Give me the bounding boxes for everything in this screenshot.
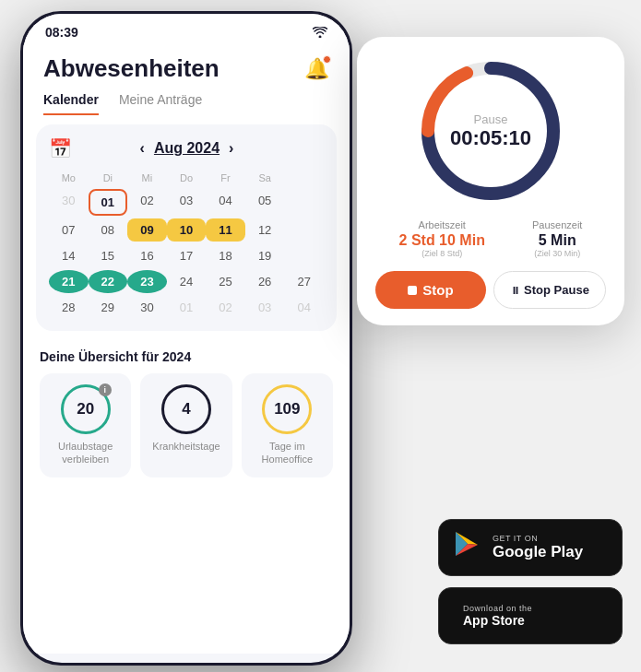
calendar-month-label[interactable]: Aug 2024 (154, 140, 220, 157)
app-store-text: Download on the App Store (463, 604, 532, 629)
calendar-nav: 📅 ‹ Aug 2024 › (49, 137, 324, 159)
cal-day-26[interactable]: 26 (245, 270, 285, 293)
cal-day-09[interactable]: 09 (127, 218, 167, 242)
timer-pausenzeit: Pausenzeit 5 Min (Ziel 30 Min) (532, 219, 582, 258)
cal-day-08[interactable]: 08 (89, 218, 128, 242)
cal-day-03[interactable]: 03 (167, 189, 207, 216)
cal-day-14[interactable]: 14 (49, 244, 89, 267)
krank-value: 4 (182, 400, 190, 419)
google-play-main: Google Play (493, 543, 583, 561)
calendar-week-4: 21 22 23 24 25 26 27 (49, 270, 324, 293)
pause-icon: ⏸ (510, 285, 520, 296)
cal-day-02-next[interactable]: 02 (206, 296, 245, 319)
cal-day-01-next[interactable]: 01 (167, 296, 207, 319)
app-store-top: Download on the (463, 604, 532, 613)
overview-section: Deine Übersicht für 2024 20 i Urlaubstag… (23, 340, 350, 477)
google-play-top: GET IT ON (493, 534, 583, 543)
timer-info: Arbeitszeit 2 Std 10 Min (Ziel 8 Std) Pa… (375, 219, 606, 258)
homeoffice-label: Tage imHomeoffice (262, 440, 313, 466)
cal-day-11[interactable]: 11 (206, 218, 245, 242)
phone-mockup: 08:39 Abwesenheiten 🔔 (20, 11, 352, 666)
cal-day-04[interactable]: 04 (206, 189, 245, 216)
tab-meine-antraege[interactable]: Meine Anträge (119, 92, 202, 115)
timer-ring-container: Pause 00:05:10 (375, 57, 606, 205)
stop-label: Stop (422, 282, 453, 298)
stop-button[interactable]: Stop (375, 271, 486, 309)
arbeitszeit-label: Arbeitszeit (399, 219, 485, 230)
cal-day-27[interactable]: 27 (284, 270, 324, 293)
calendar-weekday-header: Mo Di Mi Do Fr Sa (49, 171, 324, 185)
cal-day-04-next[interactable]: 04 (284, 296, 324, 319)
cal-day-02[interactable]: 02 (127, 189, 167, 216)
cal-day-21[interactable]: 21 (49, 270, 89, 293)
calendar-grid: Mo Di Mi Do Fr Sa 30 01 02 03 04 0 (49, 171, 324, 319)
weekday-sa: Sa (245, 171, 285, 185)
cal-day-10[interactable]: 10 (167, 218, 207, 242)
calendar-icon: 📅 (49, 137, 72, 159)
google-play-icon (452, 530, 481, 566)
svg-text:00:05:10: 00:05:10 (450, 126, 531, 149)
homeoffice-value: 109 (274, 400, 300, 419)
cal-day-30-prev[interactable]: 30 (49, 189, 89, 216)
prev-month-button[interactable]: ‹ (140, 140, 145, 157)
cal-day-01-today[interactable]: 01 (89, 189, 128, 216)
status-icons (313, 27, 327, 38)
status-time: 08:39 (45, 25, 78, 40)
cal-day-15[interactable]: 15 (89, 244, 128, 267)
cal-day-25[interactable]: 25 (206, 270, 245, 293)
stop-pause-label: Stop Pause (524, 283, 589, 297)
cal-day-19[interactable]: 19 (245, 244, 285, 267)
cal-day-30[interactable]: 30 (127, 296, 167, 319)
cal-day-28[interactable]: 28 (49, 296, 89, 319)
app-header: Abwesenheiten 🔔 Kalender Meine Anträge (23, 45, 350, 115)
weekday-di: Di (89, 171, 128, 185)
cal-day-22[interactable]: 22 (89, 270, 128, 293)
cal-day-03-next[interactable]: 03 (245, 296, 285, 319)
wifi-icon (313, 27, 327, 38)
pausenzeit-label: Pausenzeit (532, 219, 582, 230)
weekday-mi: Mi (127, 171, 167, 185)
store-buttons: GET IT ON Google Play Download on the Ap… (438, 519, 623, 644)
cal-day-07[interactable]: 07 (49, 218, 89, 242)
tab-kalender[interactable]: Kalender (43, 92, 99, 115)
timer-buttons: Stop ⏸ Stop Pause (375, 271, 606, 309)
overview-cards: 20 i Urlaubstageverbleiben 4 Krankheitst… (40, 373, 333, 477)
krank-circle: 4 (161, 384, 211, 434)
info-icon: i (99, 383, 112, 396)
timer-ring-svg: Pause 00:05:10 (417, 57, 564, 205)
cal-day-23[interactable]: 23 (127, 270, 167, 293)
cal-day-18[interactable]: 18 (206, 244, 245, 267)
timer-widget: Pause 00:05:10 Arbeitszeit 2 Std 10 Min … (357, 37, 624, 325)
stop-pause-button[interactable]: ⏸ Stop Pause (493, 271, 606, 309)
app-title: Abwesenheiten (43, 54, 220, 83)
urlaub-value: 20 (77, 400, 94, 419)
overview-card-urlaub: 20 i Urlaubstageverbleiben (40, 373, 131, 477)
app-store-button[interactable]: Download on the App Store (438, 587, 623, 644)
weekday-do: Do (167, 171, 207, 185)
cal-day-24[interactable]: 24 (167, 270, 207, 293)
notification-bell[interactable]: 🔔 (304, 57, 329, 81)
google-play-button[interactable]: GET IT ON Google Play (438, 519, 623, 576)
cal-day-16[interactable]: 16 (127, 244, 167, 267)
overview-card-homeoffice: 109 Tage imHomeoffice (242, 373, 333, 477)
cal-day-17[interactable]: 17 (167, 244, 207, 267)
overview-title: Deine Übersicht für 2024 (40, 349, 333, 364)
calendar-week-3: 14 15 16 17 18 19 (49, 244, 324, 267)
arbeitszeit-sub: (Ziel 8 Std) (399, 249, 485, 258)
svg-text:Pause: Pause (474, 112, 508, 126)
calendar-week-1: 30 01 02 03 04 05 (49, 189, 324, 216)
cal-day-29[interactable]: 29 (89, 296, 128, 319)
next-month-button[interactable]: › (229, 140, 233, 157)
krank-label: Krankheitstage (152, 440, 220, 453)
notification-dot (323, 55, 331, 64)
cal-day-12[interactable]: 12 (245, 218, 285, 242)
calendar-section: 📅 ‹ Aug 2024 › Mo Di Mi Do Fr (36, 124, 337, 331)
arbeitszeit-value: 2 Std 10 Min (399, 232, 485, 249)
cal-day-05[interactable]: 05 (245, 189, 285, 216)
weekday-mo: Mo (49, 171, 89, 185)
app-store-main: App Store (463, 613, 532, 629)
stop-icon (408, 286, 417, 295)
app-tabs: Kalender Meine Anträge (43, 92, 329, 115)
pausenzeit-value: 5 Min (532, 232, 582, 249)
urlaub-circle: 20 i (61, 384, 111, 434)
